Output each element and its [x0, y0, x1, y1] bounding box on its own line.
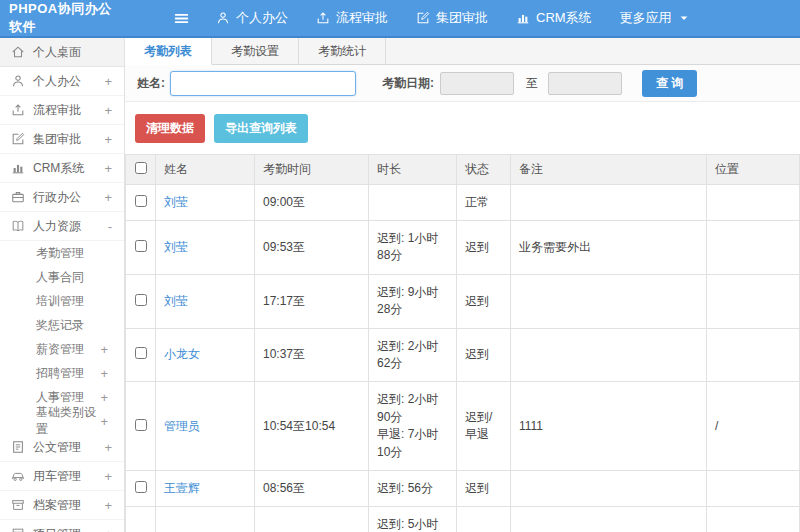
export-list-button[interactable]: 导出查询列表 — [214, 114, 308, 143]
row-checkbox[interactable] — [135, 195, 147, 207]
column-header: 位置 — [707, 155, 800, 185]
status-cell: 迟到 — [457, 328, 511, 382]
table-header-row: 姓名考勤时间时长状态备注位置 — [126, 155, 800, 185]
duration-cell: 迟到: 2小时90分 早退: 7小时10分 — [369, 382, 457, 471]
table-row: 刘莹17:17至迟到: 9小时28分迟到 — [126, 274, 800, 328]
app-window: PHPOA协同办公软件 个人办公流程审批集团审批CRM系统更多应用 个人桌面个人… — [0, 0, 800, 532]
employee-name-link[interactable]: 王壹辉 — [164, 481, 200, 495]
sidebar-subitem[interactable]: 考勤管理 — [0, 241, 124, 265]
expand-toggle-icon[interactable]: + — [100, 390, 124, 405]
sidebar-subitem-label: 薪资管理 — [36, 341, 84, 358]
sidebar-item-label: 人力资源 — [33, 218, 81, 235]
tab-考勤设置[interactable]: 考勤设置 — [212, 38, 299, 65]
user-icon — [216, 11, 230, 25]
tab-bar: 考勤列表考勤设置考勤统计 — [125, 38, 800, 65]
sidebar-subitem[interactable]: 招聘管理+ — [0, 361, 124, 385]
sidebar-subitem[interactable]: 人事合同 — [0, 265, 124, 289]
sidebar-item[interactable]: 档案管理+ — [0, 491, 124, 520]
row-checkbox[interactable] — [135, 240, 147, 252]
row-checkbox[interactable] — [135, 419, 147, 431]
row-checkbox[interactable] — [135, 481, 147, 493]
time-cell: 09:53至 — [255, 221, 369, 275]
expand-toggle-icon[interactable]: + — [100, 366, 124, 381]
sidebar-item[interactable]: CRM系统+ — [0, 154, 124, 183]
date-label: 考勤日期: — [382, 75, 434, 92]
duration-cell: 迟到: 1小时88分 — [369, 221, 457, 275]
sidebar-item[interactable]: 个人桌面 — [0, 38, 124, 67]
table-row: 刘莹09:00至正常 — [126, 185, 800, 221]
query-button[interactable]: 查 询 — [642, 70, 697, 97]
doc-icon — [11, 440, 25, 454]
hamburger-menu-icon[interactable] — [173, 10, 190, 27]
expand-toggle-icon[interactable]: + — [104, 103, 124, 118]
sidebar-item[interactable]: 行政办公+ — [0, 183, 124, 212]
name-cell: 刘莹 — [156, 274, 255, 328]
top-header: PHPOA协同办公软件 个人办公流程审批集团审批CRM系统更多应用 — [0, 0, 800, 38]
expand-toggle-icon[interactable]: + — [100, 342, 124, 357]
employee-name-link[interactable]: 小龙女 — [164, 347, 200, 361]
expand-toggle-icon[interactable]: + — [104, 190, 124, 205]
status-cell: 迟到/早退 — [457, 507, 511, 532]
sidebar-subitem[interactable]: 薪资管理+ — [0, 337, 124, 361]
name-input[interactable] — [170, 71, 356, 96]
date-from-input[interactable] — [440, 72, 514, 95]
employee-name-link[interactable]: 刘莹 — [164, 294, 188, 308]
tab-考勤列表[interactable]: 考勤列表 — [125, 38, 212, 65]
sidebar-subitem[interactable]: 培训管理 — [0, 289, 124, 313]
row-checkbox[interactable] — [135, 294, 147, 306]
project-icon — [11, 527, 25, 532]
approve-icon — [416, 11, 430, 25]
nav-label: CRM系统 — [536, 9, 592, 27]
select-all-checkbox[interactable] — [135, 162, 147, 174]
status-cell: 迟到/早退 — [457, 382, 511, 471]
sidebar-item[interactable]: 项目管理+ — [0, 520, 124, 532]
sidebar-item-label: 档案管理 — [33, 497, 81, 514]
sidebar-item[interactable]: 人力资源- — [0, 212, 124, 241]
sidebar-subitem[interactable]: 奖惩记录 — [0, 313, 124, 337]
sidebar-item[interactable]: 用车管理+ — [0, 462, 124, 491]
clean-data-button[interactable]: 清理数据 — [135, 114, 205, 143]
chart-icon — [516, 11, 530, 25]
expand-toggle-icon[interactable]: + — [104, 498, 124, 513]
location-cell — [707, 328, 800, 382]
name-cell: 小龙女 — [156, 328, 255, 382]
employee-name-link[interactable]: 刘莹 — [164, 195, 188, 209]
table-row: 刘莹09:53至迟到: 1小时88分迟到业务需要外出 — [126, 221, 800, 275]
date-to-input[interactable] — [548, 72, 622, 95]
expand-toggle-icon[interactable]: + — [104, 132, 124, 147]
header-nav-CRM系统[interactable]: CRM系统 — [516, 9, 592, 27]
note-cell: 1111 — [511, 382, 707, 471]
header-nav-流程审批[interactable]: 流程审批 — [316, 9, 388, 27]
nav-label: 流程审批 — [336, 9, 388, 27]
note-cell: 业务需要外出 — [511, 221, 707, 275]
expand-toggle-icon[interactable]: + — [104, 527, 124, 532]
location-cell: / — [707, 507, 800, 532]
sidebar-subitem[interactable]: 基础类别设置+ — [0, 409, 124, 433]
sidebar-item-label: 公文管理 — [33, 439, 81, 456]
table-row: 黄蓉13:20至13:20迟到: 5小时33分 早退: 4小时67分迟到/早退/ — [126, 507, 800, 532]
home-icon — [11, 45, 25, 59]
row-checkbox-cell — [126, 274, 156, 328]
sidebar-item[interactable]: 流程审批+ — [0, 96, 124, 125]
approve-icon — [11, 132, 25, 146]
row-checkbox[interactable] — [135, 347, 147, 359]
name-cell: 黄蓉 — [156, 507, 255, 532]
tab-考勤统计[interactable]: 考勤统计 — [299, 38, 386, 65]
header-nav-集团审批[interactable]: 集团审批 — [416, 9, 488, 27]
table-row: 管理员10:54至10:54迟到: 2小时90分 早退: 7小时10分迟到/早退… — [126, 382, 800, 471]
expand-toggle-icon[interactable]: + — [100, 414, 124, 429]
expand-toggle-icon[interactable]: + — [104, 74, 124, 89]
expand-toggle-icon[interactable]: - — [108, 219, 124, 234]
header-nav-更多应用[interactable]: 更多应用 — [620, 9, 690, 27]
sidebar-item[interactable]: 个人办公+ — [0, 67, 124, 96]
duration-cell — [369, 185, 457, 221]
expand-toggle-icon[interactable]: + — [104, 161, 124, 176]
name-cell: 刘莹 — [156, 185, 255, 221]
sidebar-item-label: 行政办公 — [33, 189, 81, 206]
sidebar-item[interactable]: 集团审批+ — [0, 125, 124, 154]
header-nav-个人办公[interactable]: 个人办公 — [216, 9, 288, 27]
expand-toggle-icon[interactable]: + — [104, 469, 124, 484]
employee-name-link[interactable]: 刘莹 — [164, 240, 188, 254]
employee-name-link[interactable]: 管理员 — [164, 419, 200, 433]
expand-toggle-icon[interactable]: + — [104, 440, 124, 455]
